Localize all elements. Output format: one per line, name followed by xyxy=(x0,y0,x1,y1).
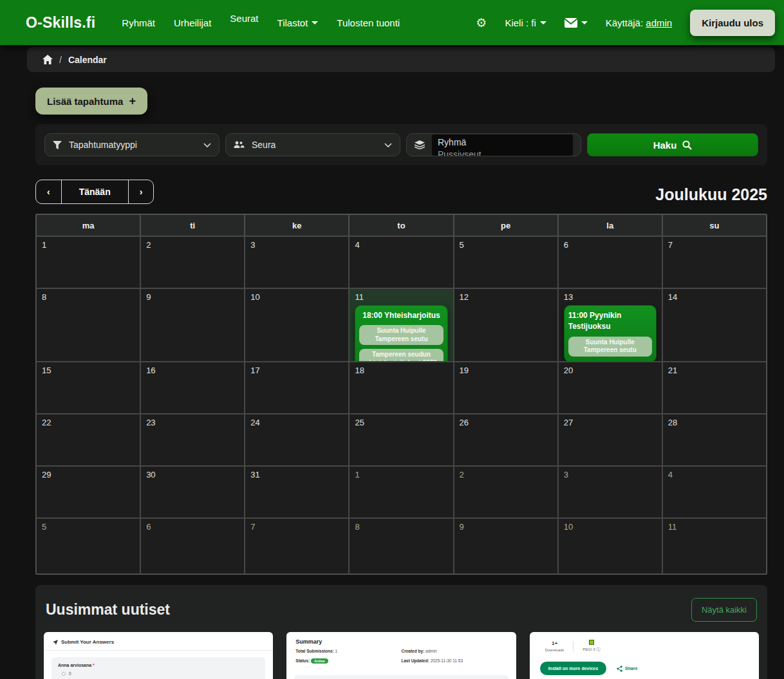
day-cell-7[interactable]: 7 xyxy=(662,236,767,288)
news-card-form[interactable]: Submit Your Answers Anna arviosana * 012… xyxy=(44,632,273,679)
calendar-grid: matiketopelasu123456789101118:00 Yhteish… xyxy=(35,214,767,575)
day-cell-13[interactable]: 1311:00 Pyynikin TestijuoksuSuunta Huipu… xyxy=(558,288,662,362)
day-number: 26 xyxy=(460,418,552,427)
day-cell-25[interactable]: 25 xyxy=(349,414,453,466)
pegi-icon xyxy=(589,640,594,645)
rating-stat: PEGI 3 ⓘ xyxy=(583,640,600,653)
next-month-button[interactable]: › xyxy=(128,180,154,203)
downloads-value: 1+ xyxy=(545,640,565,646)
day-cell-16[interactable]: 16 xyxy=(140,362,245,414)
day-number: 7 xyxy=(250,522,343,532)
day-number: 4 xyxy=(355,240,447,250)
day-cell-17[interactable]: 17 xyxy=(245,362,349,414)
day-number: 2 xyxy=(460,470,552,479)
day-number: 30 xyxy=(146,470,239,479)
day-cell-8[interactable]: 8 xyxy=(36,288,140,362)
group-clipped-option[interactable]: Pussivseut xyxy=(438,149,567,156)
search-icon xyxy=(682,140,692,150)
weekday-header-to: to xyxy=(349,214,453,236)
news-section: Uusimmat uutiset Näytä kaikki Submit You… xyxy=(35,585,767,679)
language-dropdown[interactable]: Kieli : fi xyxy=(505,17,546,28)
nav-item-ryhmat[interactable]: Ryhmät xyxy=(122,17,155,28)
day-cell-1[interactable]: 1 xyxy=(36,236,140,288)
radio-icon xyxy=(62,672,66,676)
calendar-toolbar: ‹ Tänään › Joulukuu 2025 xyxy=(35,180,767,204)
news-card-summary[interactable]: Summary Total Submissions: 1 Created by:… xyxy=(286,632,516,679)
day-cell-6[interactable]: 6 xyxy=(558,236,662,288)
day-cell-11-next[interactable]: 11 xyxy=(662,518,767,574)
day-cell-4-next[interactable]: 4 xyxy=(662,466,767,518)
nav-item-tulosten-tuonti[interactable]: Tulosten tuonti xyxy=(337,17,400,28)
day-cell-3[interactable]: 3 xyxy=(245,236,349,288)
day-cell-30[interactable]: 30 xyxy=(140,466,245,518)
view-all-button[interactable]: Näytä kaikki xyxy=(691,598,757,622)
logout-button[interactable]: Kirjaudu ulos xyxy=(690,10,775,36)
day-cell-21[interactable]: 21 xyxy=(662,362,767,414)
event-type-select[interactable]: Tapahtumatyyppi xyxy=(44,133,219,156)
day-number: 21 xyxy=(668,366,761,375)
downloads-label: Downloads xyxy=(545,648,565,652)
day-cell-24[interactable]: 24 xyxy=(245,414,349,466)
day-number: 23 xyxy=(146,418,239,427)
day-cell-4[interactable]: 4 xyxy=(349,236,453,288)
day-cell-18[interactable]: 18 xyxy=(349,362,453,414)
day-cell-1-next[interactable]: 1 xyxy=(349,466,453,518)
day-cell-5[interactable]: 5 xyxy=(454,236,558,288)
day-number: 15 xyxy=(42,366,135,375)
nav-item-tilastot[interactable]: Tilastot xyxy=(277,17,319,28)
summary-question-panel: * Taustatiedot: sarja, jossa kilpailit 2… xyxy=(294,675,508,679)
share-icon xyxy=(617,665,622,672)
day-cell-9[interactable]: 9 xyxy=(140,288,245,362)
gear-icon[interactable]: ⚙ xyxy=(476,17,487,29)
day-cell-27[interactable]: 27 xyxy=(558,414,662,466)
day-number: 5 xyxy=(42,522,135,532)
day-cell-23[interactable]: 23 xyxy=(140,414,245,466)
brand-logo[interactable]: O-Skills.fi xyxy=(26,14,95,32)
prev-month-button[interactable]: ‹ xyxy=(36,180,61,203)
day-number: 17 xyxy=(250,366,343,375)
day-cell-3-next[interactable]: 3 xyxy=(558,466,662,518)
day-cell-9-next[interactable]: 9 xyxy=(454,518,558,574)
calendar-event[interactable]: 18:00 YhteisharjoitusSuunta Huipulle Tam… xyxy=(355,305,447,362)
day-cell-29[interactable]: 29 xyxy=(36,466,140,518)
share-button[interactable]: Share xyxy=(617,665,637,672)
messages-dropdown[interactable] xyxy=(565,18,588,28)
today-button[interactable]: Tänään xyxy=(61,180,128,203)
nav-item-seurat[interactable]: Seurat xyxy=(230,13,258,24)
day-cell-5-next[interactable]: 5 xyxy=(36,518,140,574)
radio-option-0: 0 xyxy=(62,671,259,676)
day-cell-22[interactable]: 22 xyxy=(36,414,140,466)
day-cell-31[interactable]: 31 xyxy=(245,466,349,518)
day-number: 8 xyxy=(355,522,447,532)
day-cell-2[interactable]: 2 xyxy=(140,236,245,288)
day-cell-15[interactable]: 15 xyxy=(36,362,140,414)
day-cell-10-next[interactable]: 10 xyxy=(558,518,662,574)
haku-button[interactable]: Haku xyxy=(587,133,758,156)
day-cell-11[interactable]: 1118:00 YhteisharjoitusSuunta Huipulle T… xyxy=(349,288,453,362)
store-stats: 1+ Downloads PEGI 3 ⓘ xyxy=(545,640,749,653)
user-admin-link[interactable]: admin xyxy=(646,17,672,28)
day-cell-26[interactable]: 26 xyxy=(454,414,558,466)
install-button[interactable]: Install on more devices xyxy=(540,662,606,675)
day-cell-6-next[interactable]: 6 xyxy=(140,518,245,574)
group-input-value: Ryhmä xyxy=(438,136,567,149)
add-event-button[interactable]: Lisää tapahtuma + xyxy=(35,88,147,115)
day-cell-7-next[interactable]: 7 xyxy=(245,518,349,574)
day-number: 22 xyxy=(42,418,135,427)
day-cell-10[interactable]: 10 xyxy=(245,288,349,362)
status-badge: Active xyxy=(311,658,328,664)
news-card-appstore[interactable]: 1+ Downloads PEGI 3 ⓘ Install on more de… xyxy=(530,632,759,679)
nav-item-urheilijat[interactable]: Urheilijat xyxy=(174,17,211,28)
day-cell-28[interactable]: 28 xyxy=(662,414,767,466)
group-input[interactable]: Ryhmä Pussivseut xyxy=(432,135,573,156)
day-cell-12[interactable]: 12 xyxy=(454,288,558,362)
day-cell-14[interactable]: 14 xyxy=(662,288,767,362)
day-cell-20[interactable]: 20 xyxy=(558,362,662,414)
day-cell-19[interactable]: 19 xyxy=(454,362,558,414)
home-icon[interactable] xyxy=(42,55,53,64)
day-cell-2-next[interactable]: 2 xyxy=(454,466,558,518)
calendar-event[interactable]: 11:00 Pyynikin TestijuoksuSuunta Huipull… xyxy=(564,305,657,362)
summary-created: Created by: admin xyxy=(401,649,507,653)
club-select[interactable]: Seura xyxy=(225,133,400,156)
day-cell-8-next[interactable]: 8 xyxy=(349,518,453,574)
